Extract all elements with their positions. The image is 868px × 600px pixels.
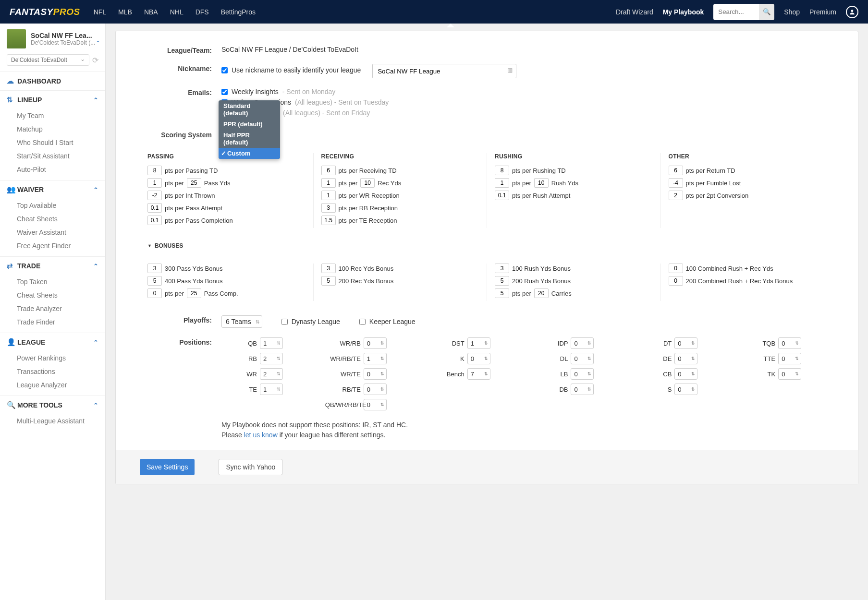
nav-shop[interactable]: Shop [784,8,800,16]
sidebar-trade-item-3[interactable]: Trade Finder [0,315,105,329]
let-us-know-link[interactable]: let us know [244,431,278,439]
pos-select-qb[interactable]: 1 [260,337,283,349]
pos-select-tk[interactable]: 0 [778,368,801,380]
pos-select-tqb[interactable]: 0 [778,337,801,349]
nav-premium[interactable]: Premium [809,8,836,16]
sidebar-lineup-item-3[interactable]: Start/Sit Assistant [0,149,105,163]
sidebar-league-item-0[interactable]: Power Rankings [0,351,105,365]
pos-select-s[interactable]: 0 [674,384,697,395]
sidebar-waiver-item-1[interactable]: Cheat Sheets [0,212,105,226]
pos-select-wr[interactable]: 2 [260,368,283,380]
sidebar-waiver-item-0[interactable]: Top Available [0,199,105,212]
save-button[interactable]: Save Settings [140,459,195,475]
playoffs-select[interactable]: 6 Teams [221,315,262,328]
pos-select-cb[interactable]: 0 [674,368,697,380]
sidebar-lineup-item-1[interactable]: Matchup [0,122,105,136]
team-block[interactable]: SoCal NW FF Lea... De'Coldest ToEvaDoIt … [0,24,105,54]
bonus-input[interactable] [187,288,201,298]
score-input[interactable] [321,178,336,188]
nav-nhl[interactable]: NHL [170,8,183,16]
nav-my-playbook[interactable]: My Playbook [663,8,704,16]
pos-select-db[interactable]: 0 [571,384,594,395]
sidebar-more-item-0[interactable]: Multi-League Assistant [0,414,105,428]
score-input[interactable] [321,191,336,200]
score-input[interactable] [495,191,509,200]
pos-select-wr-te[interactable]: 0 [364,368,387,380]
score-input[interactable] [534,178,549,188]
score-input[interactable] [495,178,509,188]
pos-select-te[interactable]: 1 [260,384,283,395]
pos-select-dst[interactable]: 1 [467,337,490,349]
sidebar-lineup-item-0[interactable]: My Team [0,109,105,122]
nav-draft-wizard[interactable]: Draft Wizard [616,8,653,16]
sidebar-league-header[interactable]: 👤 LEAGUE ⌃ [0,333,105,351]
dynasty-chk[interactable] [281,319,288,325]
score-input[interactable] [495,166,509,175]
sidebar-trade-item-2[interactable]: Trade Analyzer [0,302,105,315]
score-input[interactable] [669,191,683,200]
pos-select-rb[interactable]: 2 [260,353,283,364]
score-input[interactable] [187,178,201,188]
bonus-input[interactable] [321,264,336,273]
pos-select-idp[interactable]: 0 [571,337,594,349]
pos-select-tte[interactable]: 0 [778,353,801,364]
team-select[interactable]: De'Coldest ToEvaDoIt [7,54,89,66]
scoring-option-standard[interactable]: Standard (default) [219,100,280,119]
score-input[interactable] [360,178,375,188]
nav-bettingpros[interactable]: BettingPros [221,8,256,16]
scoring-option-ppr[interactable]: PPR (default) [219,119,280,130]
score-input[interactable] [321,203,336,213]
user-avatar[interactable] [846,6,858,18]
sidebar-waiver-item-2[interactable]: Waiver Assistant [0,226,105,239]
search-input[interactable] [713,4,759,20]
score-input[interactable] [321,166,336,175]
bonus-input[interactable] [495,276,509,286]
bonus-input[interactable] [534,288,549,298]
bonus-input[interactable] [321,276,336,286]
bonus-input[interactable] [147,264,162,273]
logo[interactable]: FANTASYPROS [10,7,80,17]
pos-select-qb-wr-rb-te[interactable]: 0 [364,399,387,410]
bonus-input[interactable] [147,288,162,298]
sidebar-trade-header[interactable]: ⇄ TRADE ⌃ [0,257,105,275]
nav-dfs[interactable]: DFS [196,8,209,16]
sidebar-league-item-2[interactable]: League Analyzer [0,378,105,392]
sync-button[interactable]: Sync with Yahoo [219,459,282,475]
pos-select-de[interactable]: 0 [674,353,697,364]
scoring-option-custom[interactable]: Custom [219,148,280,159]
nav-mlb[interactable]: MLB [118,8,132,16]
score-input[interactable] [147,216,162,225]
score-input[interactable] [321,216,336,225]
score-input[interactable] [147,178,162,188]
sidebar-waiver-item-3[interactable]: Free Agent Finder [0,239,105,252]
scoring-dropdown[interactable]: Standard (default) PPR (default) Half PP… [219,100,280,159]
refresh-icon[interactable]: ⟳ [92,56,98,65]
sidebar-dashboard[interactable]: ☁ DASHBOARD [0,72,105,90]
bonus-input[interactable] [495,288,509,298]
pos-select-bench[interactable]: 7 [467,368,490,380]
sidebar-league-item-1[interactable]: Transactions [0,365,105,378]
keeper-chk[interactable] [359,319,366,325]
bonus-input[interactable] [669,264,683,273]
score-input[interactable] [147,203,162,213]
pos-select-wr-rb-te[interactable]: 1 [364,353,387,364]
score-input[interactable] [147,166,162,175]
weekly-insights-chk[interactable] [221,89,228,95]
pos-select-wr-rb[interactable]: 0 [364,337,387,349]
sidebar-lineup-header[interactable]: ⇅ LINEUP ⌃ [0,91,105,109]
nickname-checkbox[interactable] [221,67,228,73]
sidebar-more-header[interactable]: 🔍 MORE TOOLS ⌃ [0,396,105,414]
sidebar-lineup-item-4[interactable]: Auto-Pilot [0,163,105,176]
nav-nfl[interactable]: NFL [94,8,106,16]
bonus-input[interactable] [669,276,683,286]
nickname-input[interactable] [372,64,516,78]
bonuses-header[interactable]: BONUSES [147,242,834,249]
pos-select-k[interactable]: 0 [467,353,490,364]
score-input[interactable] [669,178,683,188]
pos-select-lb[interactable]: 0 [571,368,594,380]
pos-select-rb-te[interactable]: 0 [364,384,387,395]
pos-select-dl[interactable]: 0 [571,353,594,364]
pos-select-dt[interactable]: 0 [674,337,697,349]
sidebar-lineup-item-2[interactable]: Who Should I Start [0,136,105,149]
score-input[interactable] [669,166,683,175]
